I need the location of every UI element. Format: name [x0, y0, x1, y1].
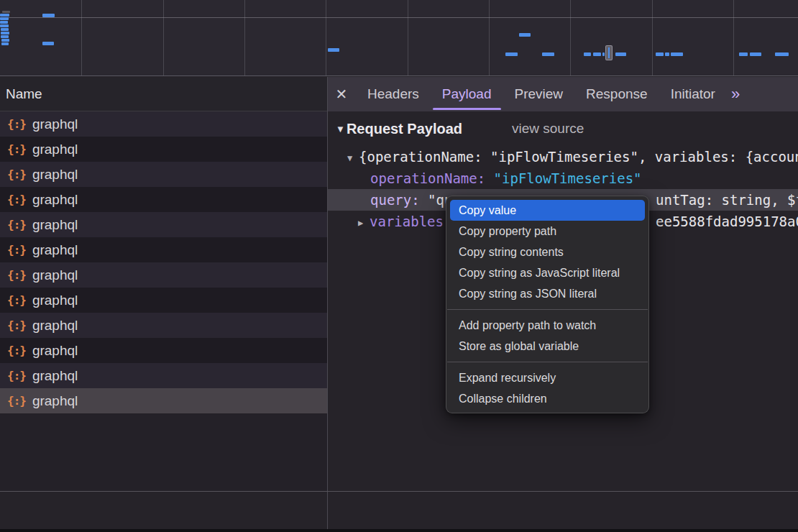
triangle-right-icon[interactable]: ▶: [358, 212, 370, 232]
json-braces-icon: {:}: [7, 117, 26, 131]
request-list: {:}graphql{:}graphql{:}graphql{:}graphql…: [0, 111, 327, 490]
json-braces-icon: {:}: [7, 293, 26, 307]
json-braces-icon: {:}: [7, 142, 26, 156]
timeline-scrubber[interactable]: [605, 45, 613, 60]
request-row[interactable]: {:}graphql: [0, 288, 327, 313]
property-value: "ipFlowTimeseries": [494, 170, 642, 186]
tab-initiator[interactable]: Initiator: [659, 77, 727, 111]
menu-item-collapse-children[interactable]: Collapse children: [450, 388, 645, 409]
devtools-tab-bar: ✕ HeadersPayloadPreviewResponseInitiator…: [327, 77, 798, 111]
waterfall-bar: [1, 42, 9, 45]
json-braces-icon: {:}: [7, 344, 26, 357]
request-row[interactable]: {:}graphql: [0, 212, 327, 237]
waterfall-bar: [671, 52, 683, 56]
waterfall-bar: [2, 11, 10, 13]
json-braces-icon: {:}: [7, 193, 26, 206]
request-name: graphql: [32, 293, 78, 308]
request-row[interactable]: {:}graphql: [0, 363, 327, 388]
network-overview-timeline[interactable]: [0, 0, 798, 76]
request-row[interactable]: {:}graphql: [0, 338, 327, 363]
menu-item-copy-string-as-json-literal[interactable]: Copy string as JSON literal: [450, 283, 645, 304]
tree-row-root[interactable]: ▼{operationName: "ipFlowTimeseries", var…: [328, 146, 798, 168]
json-braces-icon: {:}: [7, 268, 26, 282]
menu-item-copy-string-contents[interactable]: Copy string contents: [450, 242, 645, 262]
grid-line: [244, 0, 245, 75]
name-column-header[interactable]: Name: [0, 77, 327, 111]
grid-line: [0, 17, 798, 18]
menu-separator: [447, 309, 648, 310]
tree-row-operation-name[interactable]: operationName: "ipFlowTimeseries": [328, 168, 798, 189]
request-row[interactable]: {:}graphql: [0, 162, 327, 187]
menu-item-copy-value[interactable]: Copy value: [450, 200, 645, 221]
request-row[interactable]: {:}graphql: [0, 137, 327, 162]
request-payload-section[interactable]: ▼ Request Payload: [328, 119, 462, 139]
waterfall-bar: [542, 52, 554, 56]
request-name: graphql: [32, 393, 78, 409]
grid-line: [489, 0, 490, 75]
request-name: graphql: [32, 318, 78, 334]
grid-line: [326, 0, 326, 75]
request-name: graphql: [32, 267, 78, 283]
property-value-fragment: untTag: string, $f: [656, 189, 798, 211]
request-row[interactable]: {:}graphql: [0, 187, 327, 212]
request-row[interactable]: {:}graphql: [0, 313, 327, 338]
view-source-link[interactable]: view source: [512, 119, 584, 139]
waterfall-bar: [1, 39, 9, 42]
waterfall-bar: [0, 17, 9, 20]
triangle-down-icon[interactable]: ▼: [336, 124, 345, 134]
menu-item-expand-recursively[interactable]: Expand recursively: [450, 367, 645, 388]
waterfall-bar: [1, 32, 9, 35]
more-tabs-icon[interactable]: »: [731, 85, 738, 104]
waterfall-bar: [584, 52, 591, 56]
waterfall-bar: [42, 14, 55, 17]
tab-payload[interactable]: Payload: [431, 77, 503, 111]
tab-list: HeadersPayloadPreviewResponseInitiator: [356, 77, 727, 111]
waterfall-bar: [42, 42, 54, 45]
property-name: operationName:: [370, 170, 485, 186]
request-name: graphql: [32, 167, 78, 183]
json-braces-icon: {:}: [7, 218, 26, 231]
grid-line: [570, 0, 571, 75]
request-row[interactable]: {:}graphql: [0, 111, 327, 137]
request-name: graphql: [32, 116, 78, 132]
waterfall-bar: [775, 52, 789, 56]
waterfall-bar: [0, 21, 8, 24]
property-name: variables: [370, 214, 444, 229]
tab-headers[interactable]: Headers: [356, 77, 431, 111]
window-bottom-edge: [0, 529, 798, 532]
json-braces-icon: {:}: [7, 318, 26, 332]
tab-response[interactable]: Response: [574, 77, 659, 111]
request-name: graphql: [32, 368, 78, 384]
menu-item-store-as-global-variable[interactable]: Store as global variable: [450, 336, 645, 357]
request-row[interactable]: {:}graphql: [0, 237, 327, 262]
json-braces-icon: {:}: [7, 168, 26, 181]
waterfall-bar: [593, 52, 601, 56]
menu-item-copy-property-path[interactable]: Copy property path: [450, 221, 645, 242]
object-preview-text: {operationName: "ipFlowTimeseries", vari…: [359, 149, 798, 165]
menu-item-copy-string-as-javascript-literal[interactable]: Copy string as JavaScript literal: [450, 262, 645, 283]
waterfall-bar: [739, 52, 748, 56]
json-braces-icon: {:}: [7, 369, 26, 382]
tab-preview[interactable]: Preview: [503, 77, 575, 111]
grid-line: [81, 0, 82, 75]
footer-divider: [0, 491, 798, 492]
waterfall-bar: [0, 24, 9, 27]
request-name: graphql: [32, 192, 78, 208]
panel-splitter[interactable]: [327, 77, 328, 532]
request-row[interactable]: {:}graphql: [0, 388, 327, 413]
close-icon[interactable]: ✕: [327, 86, 356, 103]
context-menu: Copy valueCopy property pathCopy string …: [446, 196, 649, 413]
grid-line: [652, 0, 653, 75]
waterfall-bar: [0, 14, 9, 17]
json-braces-icon: {:}: [7, 394, 26, 408]
property-value-fragment: ee5588fdad995178a0: [656, 211, 798, 232]
waterfall-bar: [602, 52, 605, 56]
menu-item-add-property-path-to-watch[interactable]: Add property path to watch: [450, 315, 645, 336]
property-name: query:: [370, 192, 420, 208]
waterfall-bar: [505, 52, 518, 56]
request-row[interactable]: {:}graphql: [0, 262, 327, 288]
waterfall-bar: [1, 28, 9, 31]
waterfall-bar: [1, 35, 9, 38]
triangle-down-icon[interactable]: ▼: [347, 147, 359, 168]
request-payload-title: Request Payload: [347, 121, 462, 137]
